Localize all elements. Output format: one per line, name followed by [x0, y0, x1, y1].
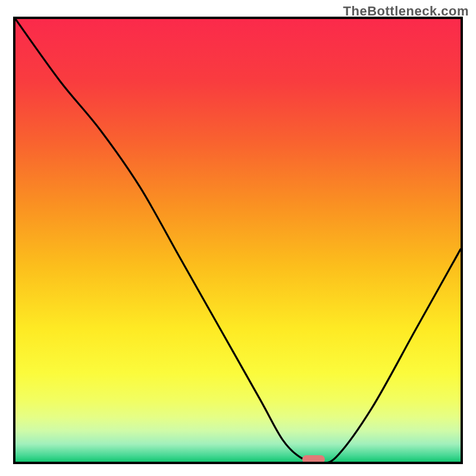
- plot-frame: [13, 17, 463, 464]
- chart-container: TheBottleneck.com: [0, 0, 476, 476]
- optimal-marker: [302, 455, 325, 464]
- bottleneck-curve: [15, 19, 461, 462]
- watermark-text: TheBottleneck.com: [343, 4, 469, 19]
